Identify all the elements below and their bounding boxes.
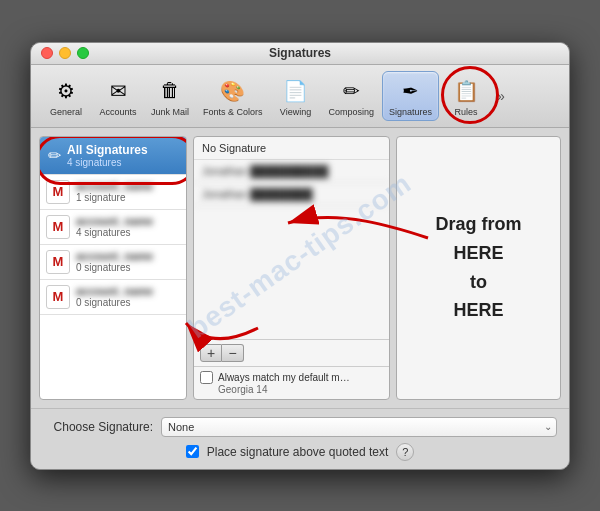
composing-icon: ✏ <box>335 75 367 107</box>
drag-hint-text: Drag from HERE to HERE <box>435 210 521 325</box>
toolbar-item-general[interactable]: ⚙ General <box>41 72 91 120</box>
viewing-label: Viewing <box>280 107 311 117</box>
choose-signature-label: Choose Signature: <box>43 420 153 434</box>
account-item-4[interactable]: M account_name 0 signatures <box>40 280 186 315</box>
gmail-icon-4: M <box>46 285 70 309</box>
general-label: General <box>50 107 82 117</box>
window-title: Signatures <box>269 46 331 60</box>
account-count-1: 1 signature <box>76 192 153 203</box>
general-icon: ⚙ <box>50 75 82 107</box>
no-signature-item[interactable]: No Signature <box>194 137 389 160</box>
traffic-lights <box>41 47 89 59</box>
accounts-icon: ✉ <box>102 75 134 107</box>
signature-item-1[interactable]: Jonathan ██████████ <box>194 160 389 183</box>
all-signatures-item[interactable]: ✏ All Signatures 4 signatures <box>40 137 186 175</box>
minimize-button[interactable] <box>59 47 71 59</box>
toolbar-item-signatures[interactable]: ✒ Signatures <box>382 71 439 121</box>
fonts-colors-icon: 🎨 <box>217 75 249 107</box>
junk-mail-label: Junk Mail <box>151 107 189 117</box>
always-match-checkbox[interactable] <box>200 371 213 384</box>
toolbar-overflow[interactable]: » <box>493 88 509 104</box>
all-signatures-title: All Signatures <box>67 143 148 157</box>
signatures-list-panel: No Signature Jonathan ██████████ Jonatha… <box>193 136 390 400</box>
account-item-2[interactable]: M account_name 4 signatures <box>40 210 186 245</box>
viewing-icon: 📄 <box>280 75 312 107</box>
toolbar-item-composing[interactable]: ✏ Composing <box>323 72 381 120</box>
account-count-3: 0 signatures <box>76 262 153 273</box>
font-info: Georgia 14 <box>218 384 383 395</box>
place-signature-row: Place signature above quoted text ? <box>43 443 557 461</box>
signatures-label: Signatures <box>389 107 432 117</box>
gmail-icon-1: M <box>46 180 70 204</box>
toolbar-item-fonts-colors[interactable]: 🎨 Fonts & Colors <box>197 72 269 120</box>
account-name-1: account_name <box>76 180 153 192</box>
choose-signature-select[interactable]: None <box>161 417 557 437</box>
accounts-label: Accounts <box>99 107 136 117</box>
signature-item-2[interactable]: Jonathan ████████ <box>194 183 389 206</box>
rules-icon: 📋 <box>450 75 482 107</box>
toolbar-item-rules[interactable]: 📋 Rules <box>441 72 491 120</box>
content-area: ✏ All Signatures 4 signatures M account_… <box>31 128 569 408</box>
titlebar: Signatures <box>31 43 569 65</box>
gmail-icon-2: M <box>46 215 70 239</box>
always-match-row: Always match my default m… Georgia 14 <box>194 366 389 399</box>
mail-preferences-window: Signatures ⚙ General ✉ Accounts 🗑 Junk M… <box>30 42 570 470</box>
toolbar-item-accounts[interactable]: ✉ Accounts <box>93 72 143 120</box>
remove-signature-button[interactable]: − <box>222 344 244 362</box>
toolbar-item-junk-mail[interactable]: 🗑 Junk Mail <box>145 72 195 120</box>
all-signatures-count: 4 signatures <box>67 157 148 168</box>
place-signature-checkbox[interactable] <box>186 445 199 458</box>
toolbar: ⚙ General ✉ Accounts 🗑 Junk Mail 🎨 Fonts… <box>31 65 569 128</box>
account-name-3: account_name <box>76 250 153 262</box>
account-name-4: account_name <box>76 285 153 297</box>
close-button[interactable] <box>41 47 53 59</box>
account-count-4: 0 signatures <box>76 297 153 308</box>
rules-label: Rules <box>455 107 478 117</box>
junk-mail-icon: 🗑 <box>154 75 186 107</box>
always-match-label: Always match my default m… <box>218 372 350 383</box>
choose-signature-select-wrapper: None ⌄ <box>161 417 557 437</box>
place-signature-label: Place signature above quoted text <box>207 445 388 459</box>
help-icon: ? <box>402 446 408 458</box>
add-remove-buttons: + − <box>194 339 389 366</box>
choose-signature-row: Choose Signature: None ⌄ <box>43 417 557 437</box>
all-signatures-icon: ✏ <box>48 146 61 165</box>
maximize-button[interactable] <box>77 47 89 59</box>
composing-label: Composing <box>329 107 375 117</box>
footer-controls: Choose Signature: None ⌄ Place signature… <box>31 408 569 469</box>
help-button[interactable]: ? <box>396 443 414 461</box>
account-name-2: account_name <box>76 215 153 227</box>
account-item-3[interactable]: M account_name 0 signatures <box>40 245 186 280</box>
toolbar-item-viewing[interactable]: 📄 Viewing <box>271 72 321 120</box>
signature-preview-panel: Drag from HERE to HERE <box>396 136 561 400</box>
account-item-1[interactable]: M account_name 1 signature <box>40 175 186 210</box>
account-count-2: 4 signatures <box>76 227 153 238</box>
add-signature-button[interactable]: + <box>200 344 222 362</box>
accounts-list: ✏ All Signatures 4 signatures M account_… <box>39 136 187 400</box>
signatures-icon: ✒ <box>395 75 427 107</box>
gmail-icon-3: M <box>46 250 70 274</box>
fonts-colors-label: Fonts & Colors <box>203 107 263 117</box>
